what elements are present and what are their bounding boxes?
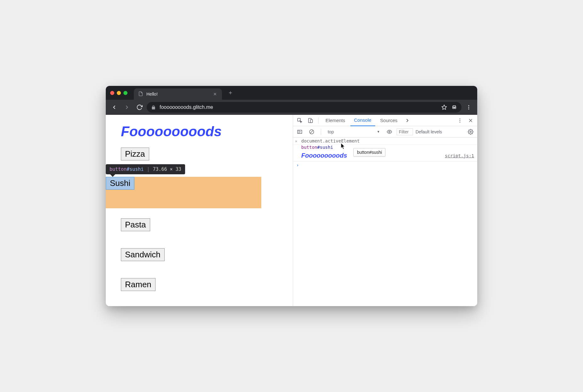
window-maximize-button[interactable] [123,91,127,95]
console-prompt[interactable]: › [293,161,477,169]
devtools-tabbar: Elements Console Sources [293,115,477,126]
browser-window: Hello! fooooooooods.glitch.me [106,86,477,306]
browser-toolbar: fooooooooods.glitch.me [106,100,477,115]
lock-icon [151,105,156,110]
window-close-button[interactable] [110,91,114,95]
file-icon [138,91,143,97]
console-log-source[interactable]: script.js:1 [445,153,474,158]
chevron-down-icon: ▼ [377,130,380,133]
tooltip-dimensions: 73.66 × 33 [153,166,181,172]
food-button-pizza[interactable]: Pizza [121,148,149,160]
titlebar: Hello! [106,86,477,100]
address-bar[interactable]: fooooooooods.glitch.me [147,102,461,113]
element-inspector-tooltip: button#sushi | 73.66 × 33 [106,164,185,174]
svg-point-7 [468,105,469,106]
traffic-lights [110,91,127,95]
forward-button[interactable] [122,102,132,113]
result-tag: button [301,145,317,150]
console-filter-input[interactable] [397,128,413,135]
svg-marker-4 [442,105,447,109]
context-label: top [328,129,334,134]
browser-menu-button[interactable] [463,104,474,110]
log-levels-selector[interactable]: Default levels [416,129,442,134]
inspect-element-button[interactable] [295,116,304,125]
device-toolbar-button[interactable] [306,116,315,125]
tab-console[interactable]: Console [350,115,375,126]
reload-button[interactable] [134,102,145,113]
food-button-sushi[interactable]: Sushi [106,177,134,190]
svg-point-6 [455,107,456,109]
tooltip-separator: | [147,166,150,172]
svg-rect-12 [310,120,313,123]
context-selector[interactable]: top ▼ [325,128,382,136]
separator [321,129,321,135]
browser-tab[interactable]: Hello! [134,88,222,100]
svg-point-8 [468,107,469,108]
console-toolbar: top ▼ Default levels [293,126,477,137]
food-button-sandwich[interactable]: Sandwich [121,248,165,261]
back-button[interactable] [109,102,120,113]
star-icon[interactable] [441,104,447,110]
svg-rect-18 [297,130,302,133]
live-expression-button[interactable] [385,127,394,137]
window-minimize-button[interactable] [117,91,121,95]
tooltip-tag: button [110,166,127,172]
close-icon[interactable]: × [295,139,297,143]
devtools-panel: Elements Console Sources [293,115,477,306]
svg-point-23 [470,131,472,132]
food-button-ramen[interactable]: Ramen [121,278,156,291]
console-body: × document.activeElement button#sushi bu… [293,137,477,306]
tab-sources[interactable]: Sources [376,115,401,126]
svg-line-21 [310,130,313,133]
result-id: #sushi [317,145,333,150]
console-sidebar-toggle[interactable] [295,127,304,137]
devtools-close-button[interactable] [466,116,475,125]
svg-point-13 [460,118,461,119]
svg-point-14 [460,120,461,121]
tab-elements[interactable]: Elements [322,115,349,126]
tab-title: Hello! [146,92,209,97]
page-viewport: Fooooooooods Pizza button#sushi | 73.66 … [106,115,293,306]
tooltip-id: #sushi [127,166,144,172]
console-log-message: Fooooooooods [301,152,347,159]
console-settings-button[interactable] [466,127,475,137]
console-input-row: × document.activeElement [293,137,477,145]
tab-close-icon[interactable] [212,92,218,97]
clear-console-button[interactable] [307,127,316,137]
content-area: Fooooooooods Pizza button#sushi | 73.66 … [106,115,477,306]
incognito-icon[interactable] [451,104,457,110]
element-hover-tooltip: button#sushi [354,148,385,156]
devtools-menu-button[interactable] [455,116,465,125]
svg-point-9 [468,109,469,109]
separator [318,117,319,124]
more-tabs-button[interactable] [403,116,412,125]
url-text: fooooooooods.glitch.me [160,104,213,110]
new-tab-button[interactable] [226,88,235,98]
food-button-pasta[interactable]: Pasta [121,218,150,231]
console-expression: document.activeElement [301,138,359,143]
page-heading: Fooooooooods [121,124,278,139]
svg-point-22 [389,131,390,132]
svg-point-15 [460,121,461,122]
svg-point-5 [453,107,454,109]
